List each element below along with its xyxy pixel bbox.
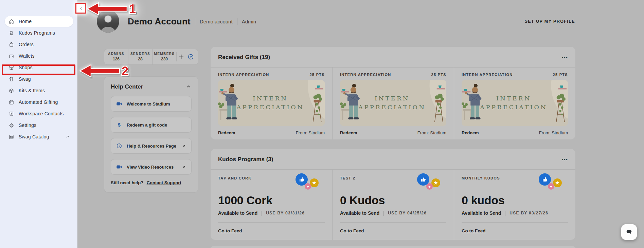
sidebar-item-kudos-programs[interactable]: Kudos Programs <box>5 27 73 38</box>
heart-icon: ♥ <box>548 183 554 190</box>
sidebar-item-settings[interactable]: Settings <box>5 120 73 131</box>
redeem-link[interactable]: Redeem <box>462 130 479 135</box>
sidebar-collapse-button[interactable] <box>75 3 86 14</box>
go-to-feed-link[interactable]: Go to Feed <box>340 228 364 233</box>
help-item-help-resources-page[interactable]: Help & Resources Page <box>111 138 192 154</box>
stat-members: MEMBERS 230 <box>152 49 176 64</box>
sidebar-item-swag-catalog[interactable]: Swag Catalog <box>5 131 73 142</box>
help-item-label: View Video Resources <box>127 165 174 170</box>
sidebar-item-label: Kudos Programs <box>19 30 55 36</box>
sidebar-item-label: Swag Catalog <box>19 134 49 139</box>
gift-from-label: From: Stadium <box>296 130 325 135</box>
gift-card: INTERN APPRECIATION 25 PTS Redeem From: … <box>454 68 575 139</box>
divider <box>262 211 262 216</box>
kudos-amount: 0 kudos <box>462 194 568 207</box>
kudos-programs-title: Kudos Programs (3) <box>218 156 273 163</box>
storefront-icon <box>8 65 14 71</box>
redeem-link[interactable]: Redeem <box>218 130 235 135</box>
sidebar-item-shops[interactable]: Shops <box>5 62 73 73</box>
kudos-program-card: MONTHLY KUDOS ★ ♥ 0 kudos Available to S… <box>454 170 575 240</box>
wallet-icon <box>8 53 14 59</box>
divider <box>195 18 195 25</box>
kudos-programs-card: Kudos Programs (3) ••• TAP AND CORK ★ ♥ … <box>211 149 575 240</box>
help-question-button[interactable] <box>187 54 194 60</box>
orders-bag-icon <box>8 42 14 47</box>
help-item-redeem-a-gift-code[interactable]: Redeem a gift code <box>111 117 192 133</box>
divider <box>218 222 325 223</box>
video-icon <box>116 101 122 107</box>
sidebar-item-kits-items[interactable]: Kits & Items <box>5 85 73 96</box>
kudos-reactions: ★ ♥ <box>539 173 564 190</box>
stat-value: 230 <box>153 57 176 61</box>
sidebar-item-orders[interactable]: Orders <box>5 39 73 50</box>
sidebar-item-label: Orders <box>19 42 34 47</box>
available-to-send-label: Available to Send <box>462 210 501 216</box>
sidebar-nav: Home Kudos Programs Orders Wallets Shops… <box>0 0 77 142</box>
collapse-help-center-button[interactable] <box>185 84 192 90</box>
cube-icon <box>8 88 14 94</box>
sidebar-item-label: Swag <box>19 76 31 82</box>
gift-card: INTERN APPRECIATION 25 PTS Redeem From: … <box>332 68 454 139</box>
app-root: Home Kudos Programs Orders Wallets Shops… <box>0 0 644 248</box>
sidebar-item-label: Wallets <box>19 53 35 59</box>
set-up-profile-link[interactable]: SET UP MY PROFILE <box>525 19 575 24</box>
go-to-feed-link[interactable]: Go to Feed <box>218 228 242 233</box>
contact-support-link[interactable]: Contact Support <box>147 180 181 185</box>
role-label: Admin <box>242 19 256 24</box>
kudos-reactions: ★ ♥ <box>417 173 442 190</box>
received-gifts-title: Received Gifts (19) <box>218 54 270 61</box>
received-gifts-menu-button[interactable]: ••• <box>562 56 568 59</box>
help-item-view-video-resources[interactable]: View Video Resources <box>111 159 192 175</box>
chevron-left-icon <box>79 6 83 10</box>
sidebar-item-swag[interactable]: Swag <box>5 74 73 84</box>
contacts-card-icon <box>8 111 14 117</box>
gift-from-label: From: Stadium <box>539 130 568 135</box>
divider <box>340 222 446 223</box>
divider <box>237 18 237 25</box>
gear-icon <box>8 122 14 128</box>
gift-points: 25 PTS <box>553 73 568 77</box>
go-to-feed-link[interactable]: Go to Feed <box>462 228 486 233</box>
external-link-icon <box>182 144 186 148</box>
stat-value: 28 <box>128 57 152 61</box>
help-center-title: Help Center <box>111 83 143 90</box>
kudos-reactions: ★ ♥ <box>296 173 321 190</box>
tshirt-icon <box>8 76 14 82</box>
sidebar-item-label: Home <box>19 19 32 24</box>
gift-points: 25 PTS <box>431 73 447 77</box>
chat-bubble-icon <box>625 228 633 236</box>
catalog-grid-icon <box>8 134 14 140</box>
use-by-date: USE BY 03/27/26 <box>509 211 548 215</box>
sidebar-item-automated-gifting[interactable]: Automated Gifting <box>5 97 73 108</box>
sidebar-item-home[interactable]: Home <box>5 16 73 27</box>
stats-bar: ADMINS 126 SENDERS 28 MEMBERS 230 <box>104 49 198 65</box>
kudos-program-card: TEST 2 ★ ♥ 0 Kudos Available to Send USE… <box>332 170 454 240</box>
kudos-program-name: MONTHLY KUDOS <box>462 176 500 180</box>
chat-widget-button[interactable] <box>621 224 637 240</box>
stat-admins: ADMINS 126 <box>104 49 128 64</box>
divider <box>462 222 568 223</box>
help-footer: Still need help? Contact Support <box>111 180 192 185</box>
kudos-program-name: TAP AND CORK <box>218 176 252 180</box>
use-by-date: USE BY 04/25/26 <box>388 211 427 215</box>
sidebar-item-label: Settings <box>19 122 36 128</box>
kudos-programs-menu-button[interactable]: ••• <box>562 158 568 161</box>
help-item-label: Redeem a gift code <box>127 122 167 128</box>
info-icon <box>116 143 122 149</box>
add-members-button[interactable] <box>178 54 184 60</box>
calendar-icon <box>8 99 14 105</box>
gift-name: INTERN APPRECIATION <box>218 73 269 77</box>
sidebar-item-wallets[interactable]: Wallets <box>5 51 73 61</box>
kudos-program-name: TEST 2 <box>340 176 355 180</box>
page-header: Demo Account Demo account Admin SET UP M… <box>78 0 644 47</box>
kudos-program-card: TAP AND CORK ★ ♥ 1000 Cork Available to … <box>211 170 332 240</box>
help-item-label: Help & Resources Page <box>127 144 176 149</box>
help-item-welcome-to-stadium[interactable]: Welcome to Stadium <box>111 96 192 112</box>
sidebar-item-workspace-contacts[interactable]: Workspace Contacts <box>5 108 73 119</box>
redeem-link[interactable]: Redeem <box>340 130 357 135</box>
stats-actions <box>176 52 198 61</box>
kudos-amount: 0 Kudos <box>340 194 446 207</box>
dollar-icon <box>116 122 122 128</box>
avatar <box>97 10 119 33</box>
divider <box>505 211 505 216</box>
